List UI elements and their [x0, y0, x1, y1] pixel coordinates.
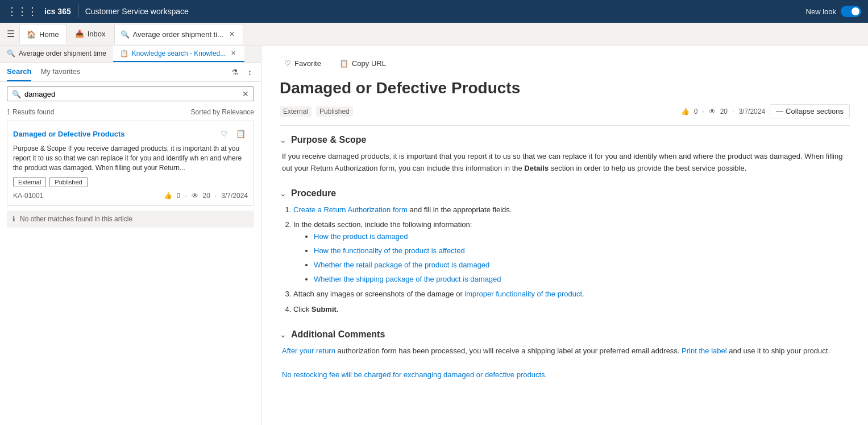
section-purpose-scope-title: Purpose & Scope	[291, 135, 366, 145]
right-panel: ♡ Favorite 📋 Copy URL Damaged or Defecti…	[261, 46, 868, 425]
article-status-left: External Published	[280, 106, 353, 117]
section-additional-comments-title: Additional Comments	[291, 329, 385, 340]
tab-avg-order[interactable]: 🔍 Average order shipment ti... ✕	[114, 24, 243, 44]
article-detail-views: 20	[720, 108, 728, 115]
link-icon: 📋	[339, 59, 348, 68]
section-purpose-scope-header[interactable]: ⌄ Purpose & Scope	[280, 135, 850, 145]
tab-avg-order-close[interactable]: ✕	[227, 29, 237, 39]
panel-tab-knowledge[interactable]: 📋 Knowledge search - Knowled... ✕	[113, 46, 244, 62]
panel-tab-knowledge-close[interactable]: ✕	[229, 49, 238, 57]
app-name: ics 365	[44, 7, 71, 16]
article-favorite-button[interactable]: ♡	[218, 127, 230, 141]
article-card-icons: ♡ 📋	[218, 127, 248, 141]
article-badges: External Published	[13, 177, 248, 187]
section-additional-comments-header[interactable]: ⌄ Additional Comments	[280, 329, 850, 340]
no-matches-message: ℹ No other matches found in this article	[7, 211, 254, 228]
results-count: 1 Results found	[7, 108, 54, 116]
left-tab-favorites[interactable]: My favorites	[40, 63, 80, 81]
view-count-icon: 👁	[709, 108, 716, 115]
tab-avg-order-label: Average order shipment ti...	[133, 30, 223, 39]
search-icon-small: 🔍	[12, 90, 21, 98]
article-id: KA-01001	[13, 192, 43, 200]
clear-search-button[interactable]: ✕	[242, 89, 249, 98]
inbox-icon: 📥	[75, 30, 84, 38]
section-additional-comments: ⌄ Additional Comments After your return …	[280, 329, 850, 381]
article-link-button[interactable]: 📋	[234, 127, 248, 141]
article-date: 3/7/2024	[221, 192, 248, 200]
panel-tab-avg-order-label: Average order shipment time	[19, 49, 106, 57]
search-tab-icon: 🔍	[121, 30, 130, 39]
left-panel-tabs: Search My favorites ⚗ ↕	[0, 63, 261, 82]
view-icon: 👁	[192, 192, 198, 200]
tab-inbox[interactable]: 📥 Inbox	[69, 24, 112, 44]
tab-home[interactable]: 🏠 Home	[19, 24, 67, 44]
tab-home-label: Home	[39, 30, 59, 39]
article-card-header: Damaged or Defective Products ♡ 📋	[13, 127, 248, 141]
search-small-icon: 🔍	[7, 49, 15, 57]
tab-bar: ☰ 🏠 Home 📥 Inbox 🔍 Average order shipmen…	[0, 23, 868, 46]
article-views: 20	[203, 192, 210, 200]
search-bar: 🔍 ✕	[7, 86, 254, 101]
article-status-row: External Published 👍 0 · 👁 20 · 3/7/2024…	[280, 104, 850, 126]
article-card[interactable]: Damaged or Defective Products ♡ 📋 Purpos…	[7, 121, 254, 206]
badge-published: Published	[49, 177, 87, 187]
main-layout: 🔍 Average order shipment time 📋 Knowledg…	[0, 46, 868, 425]
heart-icon: ♡	[284, 59, 291, 68]
badge-external: External	[13, 177, 46, 187]
section-procedure: ⌄ Procedure Create a Return Authorizatio…	[280, 188, 850, 316]
article-likes: 0	[177, 192, 181, 200]
chevron-down-procedure-icon: ⌄	[280, 189, 286, 198]
left-tab-search-label: Search	[7, 67, 31, 76]
article-detail-likes: 0	[694, 108, 698, 115]
sort-button[interactable]: ↕	[246, 65, 254, 79]
sort-label: Sorted by Relevance	[191, 108, 254, 116]
tab-inbox-label: Inbox	[88, 30, 106, 38]
left-panel: 🔍 Average order shipment time 📋 Knowledg…	[0, 46, 261, 425]
collapse-icon: —	[776, 107, 783, 115]
article-actions: ♡ Favorite 📋 Copy URL	[280, 57, 850, 70]
top-bar: ⋮⋮⋮ ics 365 Customer Service workspace N…	[0, 0, 868, 23]
results-header: 1 Results found Sorted by Relevance	[0, 106, 261, 121]
new-look-toggle[interactable]: New look	[806, 6, 861, 17]
section-procedure-title: Procedure	[291, 188, 336, 199]
new-look-switch[interactable]	[841, 6, 861, 17]
hamburger-button[interactable]: ☰	[5, 26, 17, 42]
article-status-right: 👍 0 · 👁 20 · 3/7/2024 — Collapse section…	[681, 104, 850, 118]
chevron-down-comments-icon: ⌄	[280, 330, 286, 339]
info-icon: ℹ	[13, 215, 15, 223]
knowledge-icon: 📋	[120, 49, 128, 57]
status-external: External	[280, 106, 312, 117]
collapse-sections-button[interactable]: — Collapse sections	[770, 104, 850, 118]
panel-tab-knowledge-label: Knowledge search - Knowled...	[132, 49, 226, 57]
workspace-name: Customer Service workspace	[85, 7, 189, 16]
copy-url-button[interactable]: 📋 Copy URL	[335, 57, 391, 70]
article-detail-date: 3/7/2024	[738, 108, 765, 115]
section-procedure-header[interactable]: ⌄ Procedure	[280, 188, 850, 199]
section-purpose-scope: ⌄ Purpose & Scope If you receive damaged…	[280, 135, 850, 175]
no-matches-text: No other matches found in this article	[20, 215, 132, 223]
favorite-label: Favorite	[294, 59, 321, 68]
article-meta: KA-01001 👍 0 · 👁 20 · 3/7/2024	[13, 192, 248, 200]
status-published: Published	[316, 106, 353, 117]
favorite-button[interactable]: ♡ Favorite	[280, 57, 326, 70]
article-card-title: Damaged or Defective Products	[13, 130, 125, 138]
panel-tab-row: 🔍 Average order shipment time 📋 Knowledg…	[0, 46, 261, 63]
filter-button[interactable]: ⚗	[229, 65, 241, 79]
search-input[interactable]	[24, 90, 239, 98]
left-tab-favorites-label: My favorites	[40, 67, 80, 76]
article-excerpt: Purpose & Scope If you receive damaged p…	[13, 144, 248, 172]
chevron-down-icon: ⌄	[280, 135, 286, 145]
left-tab-search[interactable]: Search	[7, 63, 31, 81]
section-additional-comments-content: After your return authorization form has…	[280, 345, 850, 381]
section-procedure-content: Create a Return Authorization form and f…	[280, 204, 850, 316]
top-bar-divider	[78, 5, 78, 18]
like-icon: 👍	[164, 192, 172, 200]
article-main-title: Damaged or Defective Products	[280, 79, 850, 97]
home-icon: 🏠	[27, 30, 36, 39]
new-look-label: New look	[806, 7, 836, 16]
like-count-icon: 👍	[681, 108, 690, 115]
app-launcher[interactable]: ⋮⋮⋮	[7, 5, 38, 18]
panel-tab-avg-order[interactable]: 🔍 Average order shipment time	[0, 46, 113, 62]
section-purpose-scope-content: If you receive damaged products, it is i…	[280, 151, 850, 175]
copy-url-label: Copy URL	[352, 59, 386, 68]
